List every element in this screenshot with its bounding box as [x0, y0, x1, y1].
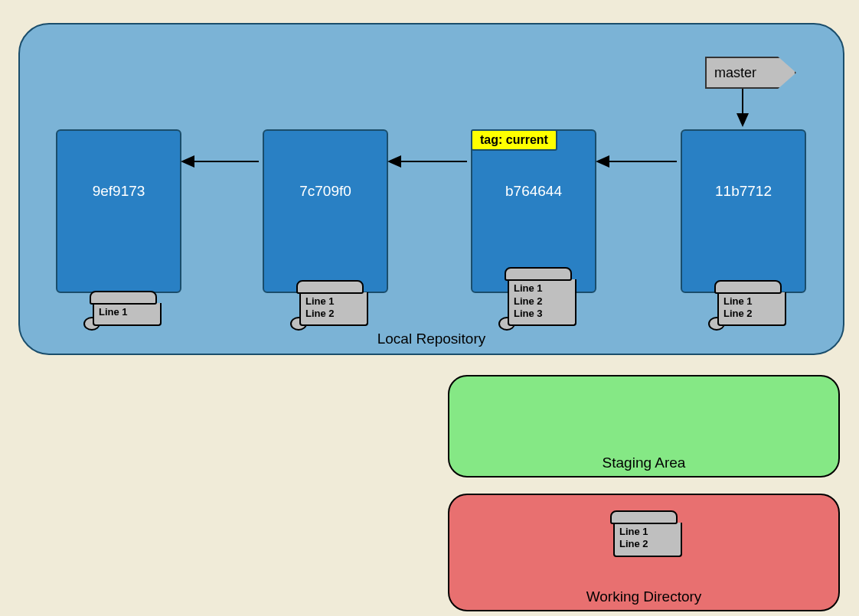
master-branch-badge: master — [705, 57, 796, 89]
commit-hash: 7c709f0 — [264, 183, 387, 200]
commit-box: tag: current b764644 Line 1 Line 2 Line … — [471, 129, 596, 293]
commit-box: 7c709f0 Line 1 Line 2 — [263, 129, 388, 293]
local-repository-label: Local Repository — [377, 331, 486, 347]
commit-hash: 11b7712 — [682, 183, 805, 200]
file-contents: Line 1 — [93, 303, 162, 326]
arrow-master-to-commit — [742, 89, 743, 125]
file-scroll-icon: Line 1 — [90, 291, 155, 326]
commit-hash: 9ef9173 — [57, 183, 180, 200]
master-branch-label: master — [714, 65, 756, 81]
file-contents: Line 1 Line 2 — [613, 523, 682, 557]
staging-area-label: Staging Area — [603, 455, 686, 471]
commit-box: 11b7712 Line 1 Line 2 — [681, 129, 806, 293]
arrow-commit-parent — [597, 161, 677, 162]
local-repository-panel: Local Repository master 9ef9173 Line 1 7… — [18, 23, 844, 355]
arrow-commit-parent — [389, 161, 467, 162]
working-directory-panel: Line 1 Line 2 Working Directory — [448, 494, 840, 611]
file-contents: Line 1 Line 2 — [299, 292, 368, 327]
working-directory-label: Working Directory — [586, 588, 702, 605]
file-contents: Line 1 Line 2 — [717, 292, 786, 327]
file-scroll-icon: Line 1 Line 2 — [296, 280, 361, 327]
tag-label: tag: current — [471, 129, 557, 151]
staging-area-panel: Staging Area — [448, 375, 840, 477]
commit-box: 9ef9173 Line 1 — [56, 129, 181, 293]
commit-hash: b764644 — [472, 183, 595, 200]
file-scroll-icon: Line 1 Line 2 Line 3 — [505, 267, 570, 326]
file-scroll-icon: Line 1 Line 2 — [714, 280, 779, 327]
arrow-commit-parent — [182, 161, 259, 162]
file-contents: Line 1 Line 2 Line 3 — [508, 279, 576, 326]
